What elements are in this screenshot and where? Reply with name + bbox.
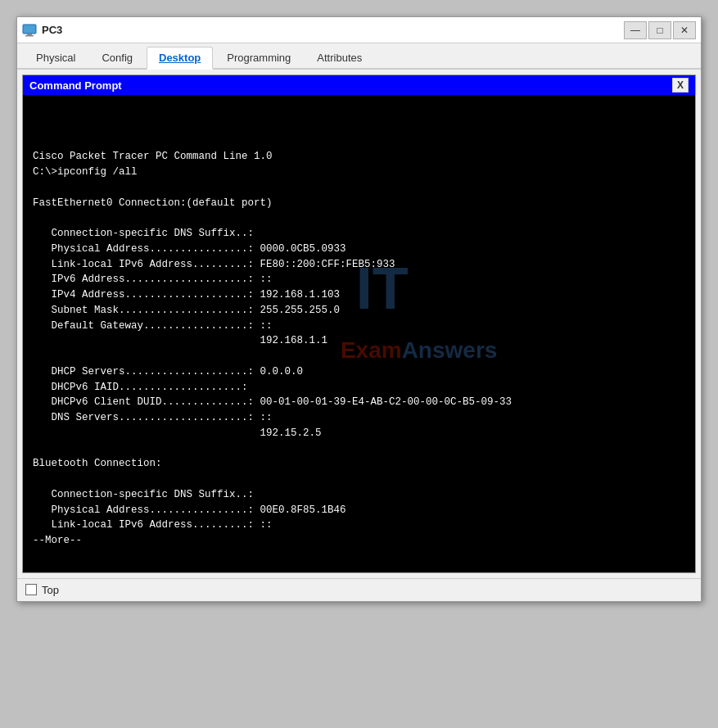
command-prompt-header: Command Prompt X (23, 75, 695, 95)
top-checkbox[interactable] (25, 584, 37, 595)
tab-desktop[interactable]: Desktop (147, 47, 213, 70)
terminal-output: Cisco Packet Tracer PC Command Line 1.0 … (33, 151, 512, 546)
watermark-answers: Answers (402, 337, 498, 363)
svg-rect-0 (23, 25, 36, 34)
main-window: PC3 — □ ✕ Physical Config Desktop Progra… (16, 16, 702, 602)
title-bar-left: PC3 (22, 23, 62, 38)
command-prompt-wrapper: Command Prompt X IT ExamAnswers Cisco Pa… (22, 75, 696, 573)
watermark: IT ExamAnswers (267, 259, 497, 383)
command-prompt-close-button[interactable]: X (672, 78, 689, 93)
minimize-button[interactable]: — (624, 21, 647, 39)
svg-rect-1 (27, 34, 32, 35)
pc-icon (22, 23, 37, 38)
tab-programming[interactable]: Programming (214, 47, 303, 68)
content-area: Command Prompt X IT ExamAnswers Cisco Pa… (17, 70, 701, 578)
window-title: PC3 (42, 24, 62, 36)
window-close-button[interactable]: ✕ (673, 21, 696, 39)
tab-bar: Physical Config Desktop Programming Attr… (17, 43, 701, 70)
watermark-exam: Exam (341, 337, 402, 363)
command-prompt-title: Command Prompt (29, 79, 122, 92)
svg-rect-2 (25, 35, 34, 37)
tab-attributes[interactable]: Attributes (305, 47, 374, 68)
tab-config[interactable]: Config (89, 47, 145, 68)
bottom-bar: Top (17, 578, 701, 601)
title-bar: PC3 — □ ✕ (17, 17, 701, 43)
top-label: Top (42, 584, 59, 596)
window-controls: — □ ✕ (624, 21, 696, 39)
terminal[interactable]: IT ExamAnswers Cisco Packet Tracer PC Co… (23, 95, 695, 572)
tab-physical[interactable]: Physical (24, 47, 88, 68)
maximize-button[interactable]: □ (648, 21, 671, 39)
